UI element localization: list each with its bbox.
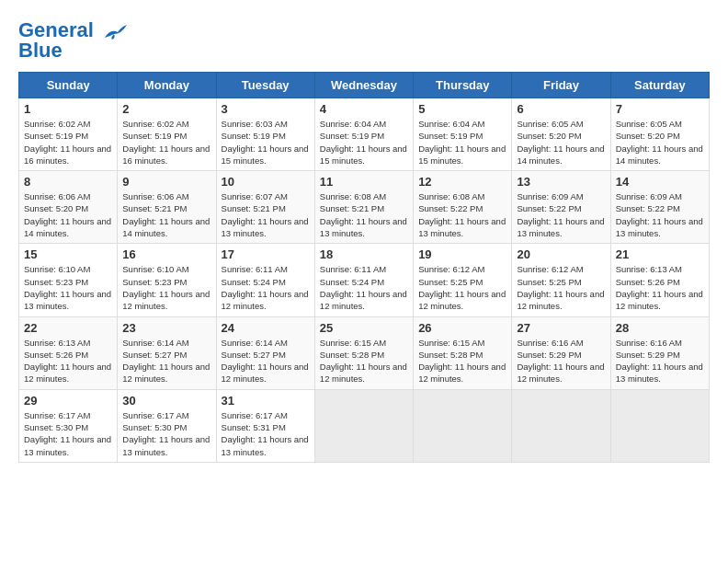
weekday-header: Monday	[118, 73, 216, 98]
calendar-day-cell: 11 Sunrise: 6:08 AM Sunset: 5:21 PM Dayl…	[314, 171, 413, 244]
calendar-day-cell: 31 Sunrise: 6:17 AM Sunset: 5:31 PM Dayl…	[216, 389, 314, 462]
day-number: 28	[616, 321, 704, 335]
day-info: Sunrise: 6:07 AM Sunset: 5:21 PM Dayligh…	[222, 190, 310, 239]
day-number: 12	[418, 175, 506, 189]
day-info: Sunrise: 6:04 AM Sunset: 5:19 PM Dayligh…	[320, 118, 408, 167]
calendar-day-cell: 7 Sunrise: 6:05 AM Sunset: 5:20 PM Dayli…	[610, 98, 709, 171]
day-info: Sunrise: 6:15 AM Sunset: 5:28 PM Dayligh…	[418, 337, 506, 385]
calendar-day-cell: 19 Sunrise: 6:12 AM Sunset: 5:25 PM Dayl…	[414, 244, 512, 316]
day-number: 27	[517, 321, 605, 335]
calendar-day-cell: 5 Sunrise: 6:04 AM Sunset: 5:19 PM Dayli…	[414, 98, 512, 171]
day-number: 20	[517, 247, 605, 261]
calendar-day-cell: 21 Sunrise: 6:13 AM Sunset: 5:26 PM Dayl…	[610, 244, 709, 316]
calendar-day-cell: 25 Sunrise: 6:15 AM Sunset: 5:28 PM Dayl…	[314, 316, 413, 389]
calendar-day-cell: 20 Sunrise: 6:12 AM Sunset: 5:25 PM Dayl…	[512, 244, 610, 316]
day-info: Sunrise: 6:12 AM Sunset: 5:25 PM Dayligh…	[517, 263, 605, 312]
day-number: 4	[320, 102, 408, 116]
day-info: Sunrise: 6:17 AM Sunset: 5:30 PM Dayligh…	[24, 409, 112, 458]
day-number: 21	[616, 247, 704, 261]
day-info: Sunrise: 6:06 AM Sunset: 5:20 PM Dayligh…	[24, 190, 112, 239]
day-info: Sunrise: 6:04 AM Sunset: 5:19 PM Dayligh…	[418, 118, 506, 167]
calendar-day-cell	[512, 389, 610, 462]
calendar-day-cell: 24 Sunrise: 6:14 AM Sunset: 5:27 PM Dayl…	[216, 316, 314, 389]
day-info: Sunrise: 6:02 AM Sunset: 5:19 PM Dayligh…	[24, 118, 112, 167]
calendar-table: SundayMondayTuesdayWednesdayThursdayFrid…	[18, 72, 710, 463]
calendar-day-cell: 26 Sunrise: 6:15 AM Sunset: 5:28 PM Dayl…	[414, 316, 512, 389]
calendar-header-row: SundayMondayTuesdayWednesdayThursdayFrid…	[19, 73, 710, 98]
logo-blue-text: Blue	[18, 39, 63, 63]
day-info: Sunrise: 6:09 AM Sunset: 5:22 PM Dayligh…	[517, 190, 605, 239]
calendar-day-cell: 4 Sunrise: 6:04 AM Sunset: 5:19 PM Dayli…	[314, 98, 413, 171]
calendar-day-cell: 30 Sunrise: 6:17 AM Sunset: 5:30 PM Dayl…	[118, 389, 216, 462]
calendar-day-cell	[610, 389, 709, 462]
day-number: 30	[122, 394, 210, 408]
day-number: 19	[418, 247, 506, 261]
day-info: Sunrise: 6:15 AM Sunset: 5:28 PM Dayligh…	[320, 337, 408, 385]
day-number: 13	[517, 175, 605, 189]
day-number: 26	[418, 321, 506, 335]
day-number: 3	[222, 102, 310, 116]
day-number: 31	[222, 394, 310, 408]
calendar-day-cell: 2 Sunrise: 6:02 AM Sunset: 5:19 PM Dayli…	[118, 98, 216, 171]
day-info: Sunrise: 6:16 AM Sunset: 5:29 PM Dayligh…	[517, 337, 605, 385]
day-info: Sunrise: 6:14 AM Sunset: 5:27 PM Dayligh…	[222, 337, 310, 385]
calendar-day-cell: 28 Sunrise: 6:16 AM Sunset: 5:29 PM Dayl…	[610, 316, 709, 389]
day-info: Sunrise: 6:03 AM Sunset: 5:19 PM Dayligh…	[222, 118, 310, 167]
day-info: Sunrise: 6:11 AM Sunset: 5:24 PM Dayligh…	[320, 263, 408, 312]
day-info: Sunrise: 6:06 AM Sunset: 5:21 PM Dayligh…	[122, 190, 210, 239]
day-number: 2	[122, 102, 210, 116]
calendar-week-row: 22 Sunrise: 6:13 AM Sunset: 5:26 PM Dayl…	[19, 316, 710, 389]
day-info: Sunrise: 6:17 AM Sunset: 5:31 PM Dayligh…	[222, 409, 310, 458]
logo: General Blue	[18, 18, 127, 63]
day-number: 25	[320, 321, 408, 335]
day-info: Sunrise: 6:08 AM Sunset: 5:22 PM Dayligh…	[418, 190, 506, 239]
day-number: 10	[222, 175, 310, 189]
day-number: 23	[122, 321, 210, 335]
bird-icon	[101, 21, 127, 41]
day-number: 17	[222, 247, 310, 261]
calendar-day-cell: 3 Sunrise: 6:03 AM Sunset: 5:19 PM Dayli…	[216, 98, 314, 171]
calendar-day-cell: 17 Sunrise: 6:11 AM Sunset: 5:24 PM Dayl…	[216, 244, 314, 316]
day-info: Sunrise: 6:10 AM Sunset: 5:23 PM Dayligh…	[122, 263, 210, 312]
day-number: 16	[122, 247, 210, 261]
weekday-header: Thursday	[414, 73, 512, 98]
day-info: Sunrise: 6:13 AM Sunset: 5:26 PM Dayligh…	[616, 263, 704, 312]
day-info: Sunrise: 6:05 AM Sunset: 5:20 PM Dayligh…	[616, 118, 704, 167]
day-number: 1	[24, 102, 112, 116]
weekday-header: Wednesday	[314, 73, 413, 98]
day-info: Sunrise: 6:05 AM Sunset: 5:20 PM Dayligh…	[517, 118, 605, 167]
calendar-day-cell: 18 Sunrise: 6:11 AM Sunset: 5:24 PM Dayl…	[314, 244, 413, 316]
calendar-day-cell: 13 Sunrise: 6:09 AM Sunset: 5:22 PM Dayl…	[512, 171, 610, 244]
calendar-day-cell: 12 Sunrise: 6:08 AM Sunset: 5:22 PM Dayl…	[414, 171, 512, 244]
weekday-header: Saturday	[610, 73, 709, 98]
calendar-day-cell: 14 Sunrise: 6:09 AM Sunset: 5:22 PM Dayl…	[610, 171, 709, 244]
day-number: 9	[122, 175, 210, 189]
calendar-day-cell: 16 Sunrise: 6:10 AM Sunset: 5:23 PM Dayl…	[118, 244, 216, 316]
day-info: Sunrise: 6:09 AM Sunset: 5:22 PM Dayligh…	[616, 190, 704, 239]
calendar-week-row: 1 Sunrise: 6:02 AM Sunset: 5:19 PM Dayli…	[19, 98, 710, 171]
calendar-day-cell: 22 Sunrise: 6:13 AM Sunset: 5:26 PM Dayl…	[19, 316, 118, 389]
day-info: Sunrise: 6:08 AM Sunset: 5:21 PM Dayligh…	[320, 190, 408, 239]
day-number: 8	[24, 175, 112, 189]
day-info: Sunrise: 6:16 AM Sunset: 5:29 PM Dayligh…	[616, 337, 704, 385]
day-number: 22	[24, 321, 112, 335]
day-info: Sunrise: 6:02 AM Sunset: 5:19 PM Dayligh…	[122, 118, 210, 167]
page-header: General Blue	[18, 18, 710, 63]
day-number: 11	[320, 175, 408, 189]
calendar-day-cell: 8 Sunrise: 6:06 AM Sunset: 5:20 PM Dayli…	[19, 171, 118, 244]
calendar-week-row: 8 Sunrise: 6:06 AM Sunset: 5:20 PM Dayli…	[19, 171, 710, 244]
day-number: 24	[222, 321, 310, 335]
calendar-day-cell: 1 Sunrise: 6:02 AM Sunset: 5:19 PM Dayli…	[19, 98, 118, 171]
calendar-day-cell: 10 Sunrise: 6:07 AM Sunset: 5:21 PM Dayl…	[216, 171, 314, 244]
calendar-day-cell: 23 Sunrise: 6:14 AM Sunset: 5:27 PM Dayl…	[118, 316, 216, 389]
day-info: Sunrise: 6:11 AM Sunset: 5:24 PM Dayligh…	[222, 263, 310, 312]
calendar-week-row: 29 Sunrise: 6:17 AM Sunset: 5:30 PM Dayl…	[19, 389, 710, 462]
day-number: 18	[320, 247, 408, 261]
weekday-header: Friday	[512, 73, 610, 98]
calendar-day-cell	[414, 389, 512, 462]
day-info: Sunrise: 6:14 AM Sunset: 5:27 PM Dayligh…	[122, 337, 210, 385]
calendar-week-row: 15 Sunrise: 6:10 AM Sunset: 5:23 PM Dayl…	[19, 244, 710, 316]
day-info: Sunrise: 6:13 AM Sunset: 5:26 PM Dayligh…	[24, 337, 112, 385]
day-number: 7	[616, 102, 704, 116]
day-number: 29	[24, 394, 112, 408]
